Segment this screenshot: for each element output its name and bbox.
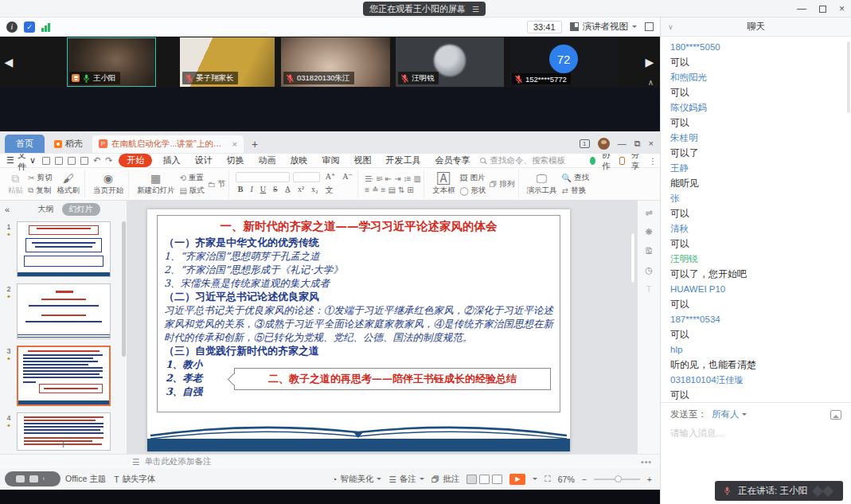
numbering-icon[interactable]: ≡¹: [377, 174, 382, 183]
wps-restore-button[interactable]: ⧉: [634, 139, 641, 149]
font-enlarge-button[interactable]: A⁺: [323, 172, 338, 182]
highlight-button[interactable]: 文: [323, 185, 335, 196]
indent-increase-icon[interactable]: ⇥: [394, 174, 400, 183]
shapes-button[interactable]: ◯形状: [459, 186, 486, 196]
send-image-icon[interactable]: [830, 410, 841, 420]
redo-icon[interactable]: ↷: [105, 155, 112, 166]
replace-button[interactable]: ⇄替换: [562, 186, 589, 196]
align-center-icon[interactable]: ≛: [372, 186, 377, 194]
strip-next-arrow[interactable]: ▶: [641, 37, 658, 88]
line-spacing-icon[interactable]: ↕≡: [404, 174, 411, 183]
theme-label[interactable]: Office 主题: [65, 474, 106, 485]
align-right-icon[interactable]: ≡: [381, 186, 385, 194]
video-tile-zhujiang[interactable]: 031820130朱江: [281, 37, 390, 87]
tab-docer[interactable]: 稻壳: [45, 135, 92, 153]
slide-thumbnail-3-selected[interactable]: 3✦: [3, 346, 111, 406]
material-icon[interactable]: 🖻: [645, 247, 654, 256]
zoom-slider[interactable]: [594, 479, 640, 480]
underline-button[interactable]: U: [258, 185, 267, 196]
menu-tab-view[interactable]: 视图: [349, 154, 375, 167]
reading-view-icon[interactable]: [492, 475, 502, 484]
menu-tab-transition[interactable]: 切换: [222, 154, 248, 167]
section-button[interactable]: 🗀节: [208, 179, 226, 189]
paste-button[interactable]: ⧉ 粘贴: [6, 173, 25, 196]
strike-button[interactable]: S: [271, 185, 280, 196]
zoom-in-button[interactable]: +: [647, 475, 652, 484]
text-direction-icon[interactable]: ⇅: [398, 186, 404, 194]
more-menu-icon[interactable]: ⋮: [648, 156, 657, 166]
minimize-button[interactable]: —: [797, 4, 806, 14]
video-tile-parent[interactable]: 晏子翔家长: [180, 37, 275, 87]
find-button[interactable]: 🔍查找: [562, 173, 589, 183]
print-icon[interactable]: [68, 157, 76, 165]
security-shield-icon[interactable]: ✓: [24, 21, 35, 33]
play-options-chevron[interactable]: [533, 478, 537, 483]
properties-icon[interactable]: ⇌: [645, 209, 652, 217]
tab-document[interactable]: P 在南航启动化学...讲堂”上的发言 ×: [92, 135, 244, 153]
sorter-view-icon[interactable]: [479, 475, 490, 484]
collab-icon[interactable]: [590, 157, 595, 165]
textbox-button[interactable]: 🄰 文本框: [431, 173, 457, 196]
menu-tab-devtools[interactable]: 开发工具: [381, 154, 424, 167]
preview-icon[interactable]: [80, 157, 88, 165]
font-color-button[interactable]: A̲: [283, 185, 292, 196]
zoom-level[interactable]: 67%: [558, 475, 575, 484]
cut-button[interactable]: ✂剪切: [28, 173, 52, 183]
picture-button[interactable]: 🖼图片: [459, 173, 486, 183]
menu-tab-home[interactable]: 开始: [119, 154, 152, 167]
chat-input[interactable]: [670, 428, 841, 438]
columns-icon[interactable]: ▥: [413, 174, 420, 183]
normal-view-icon[interactable]: [466, 475, 477, 484]
justify-icon[interactable]: ▤: [388, 186, 394, 194]
align-objects-icon[interactable]: ⊞: [407, 186, 412, 194]
menu-tab-design[interactable]: 设计: [190, 154, 216, 167]
timer-icon[interactable]: ◷: [645, 266, 653, 275]
superscript-button[interactable]: x²: [295, 185, 306, 196]
command-search-box[interactable]: 查找命令、搜索模板: [480, 155, 584, 166]
arrange-button[interactable]: 🗇排列: [490, 179, 515, 189]
add-slide-button[interactable]: +: [0, 438, 127, 451]
notes-bar[interactable]: ☰ 单击此处添加备注 •••: [0, 454, 660, 468]
video-tile-wangxiaoyang[interactable]: 王小阳: [67, 37, 156, 87]
presentation-tools-button[interactable]: 🖵 演示工具: [525, 173, 559, 196]
slides-tab[interactable]: 幻灯片: [62, 203, 100, 216]
save-icon[interactable]: [42, 157, 50, 165]
wps-minimize-button[interactable]: —: [618, 139, 627, 149]
video-tile-wangmingrui[interactable]: 汪明锐: [396, 37, 504, 87]
font-size-select[interactable]: [293, 172, 320, 182]
fit-slide-icon[interactable]: ⛶: [545, 474, 550, 484]
layout-button[interactable]: ▤版式: [179, 186, 204, 196]
missing-font-button[interactable]: T 缺失字体: [114, 474, 155, 485]
float-collapse-icon[interactable]: ‹: [43, 475, 50, 483]
strip-prev-arrow[interactable]: ◀: [0, 37, 18, 88]
notes-more-icon[interactable]: •••: [641, 457, 652, 467]
wps-close-button[interactable]: ×: [649, 139, 654, 149]
font-name-select[interactable]: [236, 172, 290, 182]
send-to-dropdown[interactable]: 所有人: [712, 408, 747, 420]
float-tool-icon[interactable]: [29, 475, 38, 483]
align-left-icon[interactable]: ≡: [365, 186, 369, 194]
window-mode-icon[interactable]: 1: [580, 139, 590, 148]
notes-toggle-button[interactable]: ☰ 备注: [388, 474, 424, 485]
current-slide[interactable]: 一、新时代的齐家之道——学习习近平论述家风的体会 （一）齐家是中华文化的优秀传统…: [147, 209, 570, 451]
close-button[interactable]: ×: [839, 4, 845, 14]
comments-button[interactable]: 🗇 批注: [431, 474, 460, 485]
zoom-out-button[interactable]: −: [582, 475, 587, 484]
font-shrink-button[interactable]: A⁻: [341, 172, 355, 182]
bullets-icon[interactable]: ☰·: [365, 174, 373, 183]
indent-decrease-icon[interactable]: ⇤: [385, 174, 391, 183]
banner-menu-icon[interactable]: ☰: [472, 5, 479, 14]
bold-button[interactable]: B: [236, 185, 245, 196]
effects-icon[interactable]: ❋: [645, 228, 652, 236]
output-icon[interactable]: [55, 157, 63, 165]
video-tile-phone-user[interactable]: 72 152****5772: [509, 37, 618, 87]
view-mode-dropdown[interactable]: 演讲者视图: [570, 21, 638, 33]
float-tool-icon[interactable]: [16, 475, 25, 483]
chat-message-list[interactable]: 180****5050 可以 和煦阳光 可以 陈仪妈妈 可以 朱桂明 可以了 王…: [661, 37, 851, 402]
fullscreen-icon[interactable]: [645, 22, 654, 31]
thumbnail-scrollbar[interactable]: [122, 221, 126, 357]
account-avatar[interactable]: [598, 138, 610, 150]
new-tab-button[interactable]: +: [252, 138, 258, 150]
tab-close-icon[interactable]: ×: [232, 139, 237, 149]
outline-tab[interactable]: 大纲: [38, 204, 54, 215]
